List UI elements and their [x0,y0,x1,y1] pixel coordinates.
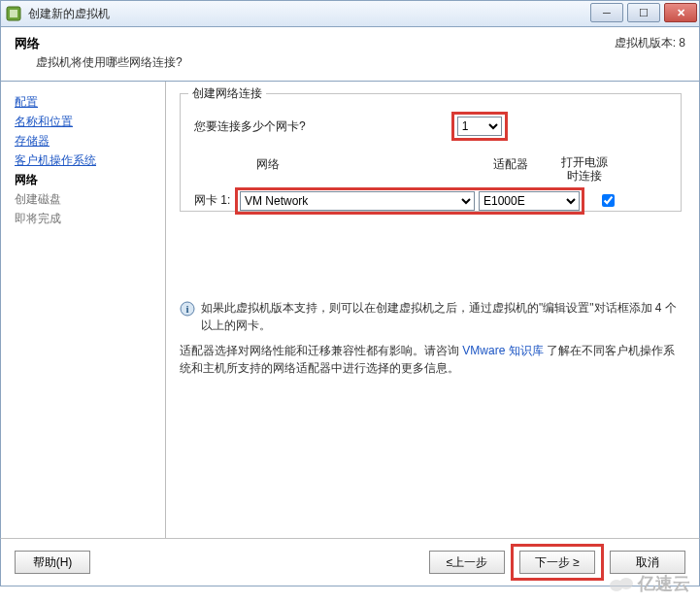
cancel-button[interactable]: 取消 [610,551,685,574]
wizard-steps-sidebar: 配置 名称和位置 存储器 客户机操作系统 网络 创建磁盘 即将完成 [1,82,166,538]
nic-count-highlight: 1 [451,112,508,141]
vm-version-label: 虚拟机版本: 8 [615,35,685,51]
nic-count-question: 您要连接多少个网卡? [194,118,306,135]
wizard-body: 配置 名称和位置 存储器 客户机操作系统 网络 创建磁盘 即将完成 创建网络连接… [0,82,700,538]
nic1-connect-checkbox[interactable] [602,194,615,207]
sidebar-step-config[interactable]: 配置 [15,94,157,111]
nic-row-1: 网卡 1: VM Network E1000E [194,187,667,215]
sidebar-step-name-location[interactable]: 名称和位置 [15,114,157,130]
nic1-adapter-select[interactable]: E1000E [479,191,580,211]
wizard-main-panel: 创建网络连接 您要连接多少个网卡? 1 网络 适配器 打开电源 时连接 网卡 1 [166,82,699,538]
wizard-header: 网络 虚拟机将使用哪些网络连接? 虚拟机版本: 8 [0,27,700,82]
info-paragraph-1: 如果此虚拟机版本支持，则可以在创建虚拟机之后，通过虚拟机的"编辑设置"对话框添加… [201,299,682,334]
maximize-button[interactable]: ☐ [627,3,660,22]
help-button[interactable]: 帮助(H) [15,551,90,574]
page-description: 虚拟机将使用哪些网络连接? [36,54,685,71]
nic-column-headers: 网络 适配器 打开电源 时连接 [194,156,667,184]
window-controls: ─ ☐ ✕ [588,1,699,26]
info-block: i 如果此虚拟机版本支持，则可以在创建虚拟机之后，通过虚拟机的"编辑设置"对话框… [180,299,682,377]
window-title: 创建新的虚拟机 [28,6,588,22]
wizard-footer: 帮助(H) ≤上一步 下一步 ≥ 取消 [0,538,700,586]
sidebar-step-guest-os[interactable]: 客户机操作系统 [15,152,157,169]
nic1-network-select[interactable]: VM Network [240,191,475,211]
info-icon: i [180,301,195,334]
next-button[interactable]: 下一步 ≥ [519,551,595,574]
svg-rect-1 [10,10,17,17]
sidebar-step-create-disk: 创建磁盘 [15,191,157,208]
nic1-highlight: VM Network E1000E [235,187,584,215]
nic-count-select[interactable]: 1 [457,117,502,136]
minimize-button[interactable]: ─ [590,3,623,22]
sidebar-step-ready: 即将完成 [15,211,157,227]
info-paragraph-2: 适配器选择对网络性能和迁移兼容性都有影响。请咨询 VMware 知识库 了解在不… [180,342,682,377]
app-icon [5,5,22,22]
sidebar-step-storage[interactable]: 存储器 [15,133,157,150]
col-header-adapter: 适配器 [493,156,528,184]
network-connection-group: 创建网络连接 您要连接多少个网卡? 1 网络 适配器 打开电源 时连接 网卡 1 [180,93,682,212]
col-header-connect: 打开电源 时连接 [561,156,608,184]
title-bar: 创建新的虚拟机 ─ ☐ ✕ [0,0,700,27]
nic1-label: 网卡 1: [194,192,235,209]
group-legend: 创建网络连接 [188,85,266,102]
kb-link[interactable]: VMware 知识库 [462,344,543,357]
col-header-network: 网络 [256,156,280,184]
sidebar-step-network: 网络 [15,172,157,188]
page-title: 网络 [15,35,685,52]
back-button[interactable]: ≤上一步 [429,551,505,574]
svg-text:i: i [185,303,188,315]
nic-count-row: 您要连接多少个网卡? 1 [194,112,667,141]
next-button-highlight: 下一步 ≥ [511,544,604,581]
close-button[interactable]: ✕ [664,3,697,22]
